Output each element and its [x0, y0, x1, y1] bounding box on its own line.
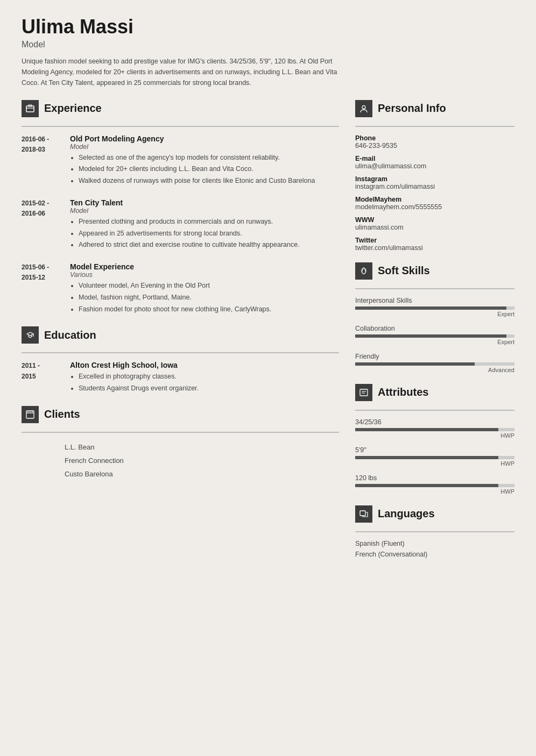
attr-bar-fill: [355, 456, 498, 459]
education-header: Education: [22, 326, 339, 346]
exp-role: Various: [70, 271, 339, 279]
attributes-section: Attributes 34/25/36 HWP 5'9" HWP 120 lbs…: [355, 384, 514, 495]
skill-bar-fill: [355, 306, 506, 310]
skill-name: Friendly: [355, 353, 514, 360]
personal-info-header: Personal Info: [355, 100, 514, 119]
experience-bullet: Presented clothing and products in comme…: [79, 217, 339, 227]
education-section: Education 2011 -2015 Alton Crest High Sc…: [22, 326, 339, 395]
pi-value: instagram.com/ulimamassi: [355, 183, 514, 190]
svg-rect-13: [360, 511, 365, 516]
skill-item: Collaboration Expert: [355, 325, 514, 345]
attribute-item: 5'9" HWP: [355, 446, 514, 467]
personal-info-item: ModelMayhem modelmayhem.com/5555555: [355, 196, 514, 211]
skill-bar-bg: [355, 334, 514, 338]
clients-header: Clients: [22, 406, 339, 425]
attributes-icon: [355, 384, 372, 401]
experience-divider: [22, 126, 339, 127]
soft-skills-list: Interpersonal Skills Expert Collaboratio…: [355, 297, 514, 373]
attr-level: HWP: [355, 488, 514, 495]
experience-bullet: Volunteer model, An Evening in the Old P…: [79, 281, 339, 291]
clients-icon: [22, 406, 39, 423]
exp-company: Ten City Talent: [70, 198, 339, 207]
resume-page: Ulima Massi Model Unique fashion model s…: [0, 0, 536, 756]
exp-date: 2015-06 -2015-12: [22, 262, 59, 316]
skill-level: Expert: [355, 311, 514, 317]
personal-info-list: Phone 646-233-9535 E-mail ulima@ulimamas…: [355, 134, 514, 252]
pi-label: WWW: [355, 216, 514, 224]
skill-level: Advanced: [355, 367, 514, 373]
languages-header: Languages: [355, 505, 514, 525]
attr-bar-bg: [355, 428, 514, 431]
attr-bar-bg: [355, 456, 514, 459]
edu-date: 2011 -2015: [22, 361, 59, 395]
experience-icon: [22, 100, 39, 117]
personal-info-icon: [355, 100, 372, 117]
pi-value: ulima@ulimamassi.com: [355, 162, 514, 170]
attribute-item: 120 lbs HWP: [355, 474, 514, 495]
experience-bullet: Model, fashion night, Portland, Maine.: [79, 293, 339, 303]
experience-list: 2016-06 -2018-03 Old Port Modeling Agenc…: [22, 134, 339, 316]
experience-section: Experience 2016-06 -2018-03 Old Port Mod…: [22, 100, 339, 316]
client-item: L.L. Bean: [65, 440, 339, 454]
experience-item: 2015-02 -2016-06 Ten City Talent Model P…: [22, 198, 339, 252]
client-item: French Connection: [65, 454, 339, 467]
exp-bullets: Volunteer model, An Evening in the Old P…: [79, 281, 339, 314]
education-divider: [22, 352, 339, 353]
experience-bullet: Modeled for 20+ clients including L.L. B…: [79, 164, 339, 174]
personal-info-item: WWW ulimamassi.com: [355, 216, 514, 231]
personal-info-item: Instagram instagram.com/ulimamassi: [355, 175, 514, 190]
education-icon: [22, 326, 39, 344]
client-item: Custo Barelona: [65, 467, 339, 481]
soft-skills-divider: [355, 288, 514, 289]
experience-bullet: Fashion model for photo shoot for new cl…: [79, 304, 339, 315]
skill-name: Interpersonal Skills: [355, 297, 514, 304]
exp-role: Model: [70, 207, 339, 215]
exp-date: 2016-06 -2018-03: [22, 134, 59, 188]
languages-divider: [355, 531, 514, 532]
experience-header: Experience: [22, 100, 339, 119]
exp-company: Old Port Modeling Agency: [70, 134, 339, 143]
experience-item: 2015-06 -2015-12 Model Experience Variou…: [22, 262, 339, 316]
exp-date: 2015-02 -2016-06: [22, 198, 59, 252]
svg-rect-10: [360, 389, 368, 396]
pi-value: 646-233-9535: [355, 142, 514, 149]
exp-content: Old Port Modeling Agency Model Selected …: [70, 134, 339, 188]
personal-info-item: Phone 646-233-9535: [355, 134, 514, 149]
skill-bar-fill: [355, 362, 475, 366]
right-column: Personal Info Phone 646-233-9535 E-mail …: [355, 98, 514, 569]
pi-label: ModelMayhem: [355, 196, 514, 203]
svg-rect-0: [26, 106, 34, 112]
attr-name: 120 lbs: [355, 474, 514, 482]
exp-company: Model Experience: [70, 262, 339, 271]
edu-content: Alton Crest High School, Iowa Excelled i…: [70, 361, 339, 395]
personal-info-divider: [355, 126, 514, 127]
education-item: 2011 -2015 Alton Crest High School, Iowa…: [22, 361, 339, 395]
exp-role: Model: [70, 143, 339, 151]
skill-level: Expert: [355, 339, 514, 345]
soft-skills-section: Soft Skills Interpersonal Skills Expert …: [355, 262, 514, 373]
experience-bullet: Selected as one of the agency's top mode…: [79, 153, 339, 163]
education-list: 2011 -2015 Alton Crest High School, Iowa…: [22, 361, 339, 395]
soft-skills-icon: [355, 262, 372, 280]
exp-bullets: Selected as one of the agency's top mode…: [79, 153, 339, 186]
svg-point-9: [362, 105, 365, 109]
pi-value: modelmayhem.com/5555555: [355, 203, 514, 211]
soft-skills-header: Soft Skills: [355, 262, 514, 282]
attr-level: HWP: [355, 460, 514, 467]
experience-bullet: Walked dozens of runways with poise for …: [79, 176, 339, 186]
clients-list: L.L. BeanFrench ConnectionCusto Barelona: [65, 440, 339, 481]
languages-title: Languages: [378, 508, 435, 520]
languages-list: Spanish (Fluent)French (Conversational): [355, 540, 514, 558]
language-item: French (Conversational): [355, 551, 514, 558]
pi-label: Instagram: [355, 175, 514, 183]
experience-title: Experience: [44, 102, 102, 115]
education-title: Education: [44, 329, 96, 341]
pi-label: E-mail: [355, 155, 514, 162]
skill-item: Interpersonal Skills Expert: [355, 297, 514, 317]
attr-name: 34/25/36: [355, 418, 514, 426]
clients-section: Clients L.L. BeanFrench ConnectionCusto …: [22, 406, 339, 481]
education-bullet: Excelled in photography classes.: [79, 372, 339, 382]
attr-name: 5'9": [355, 446, 514, 454]
attr-bar-fill: [355, 484, 498, 487]
pi-label: Twitter: [355, 237, 514, 244]
